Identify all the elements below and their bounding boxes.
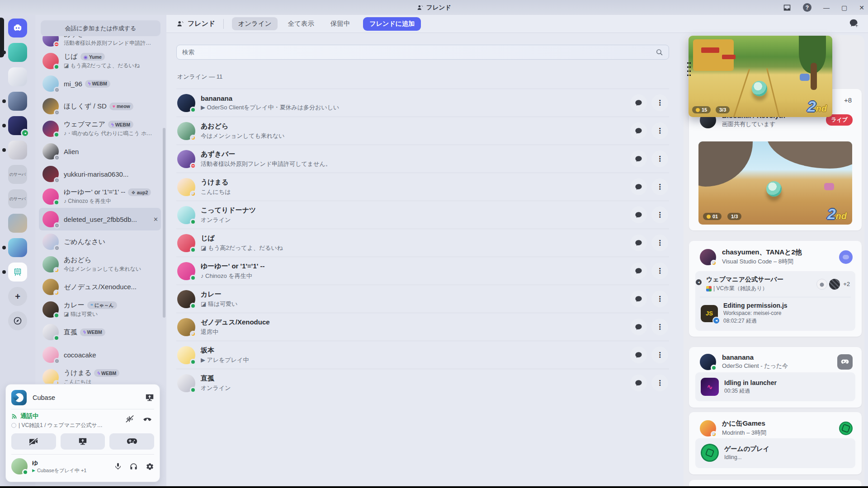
headphones-icon[interactable] — [129, 462, 138, 471]
voice-channel[interactable]: | VC雑談1 / ウェブマニア公式サ… — [11, 422, 122, 429]
message-button[interactable] — [630, 122, 647, 139]
activity-button[interactable] — [109, 433, 154, 450]
disconnect-call-icon[interactable] — [142, 415, 152, 423]
dm-row[interactable]: yukkuri-marisa0630... ✕ — [39, 163, 161, 185]
camera-button[interactable] — [11, 433, 56, 450]
more-button[interactable]: ⋮ — [651, 375, 668, 391]
dm-row[interactable]: じば ◉ Yume ◪ もう高2だってよ、だるいね ✕ — [39, 50, 161, 72]
voice-channel-row[interactable]: ◄ ウェブマニア公式サーバー | VC作業（雑談あり） +2 — [695, 271, 855, 297]
more-button[interactable]: ⋮ — [651, 235, 668, 251]
dm-row[interactable]: あずきバー 活動者様以外原則フレンド申請許… ✕ — [39, 36, 161, 50]
friends-tab[interactable]: オンライン — [232, 17, 277, 30]
friend-row[interactable]: 坂本 ▶ アレをプレイ中 ⋮ — [176, 341, 669, 369]
close-dm-icon[interactable]: ✕ — [153, 216, 158, 223]
message-button[interactable] — [630, 178, 647, 195]
more-button[interactable]: ⋮ — [651, 122, 668, 139]
bananana-activity-card[interactable]: bananana OderSo Client - たった今 ∿ Idling i… — [689, 347, 862, 408]
message-button[interactable] — [630, 235, 647, 251]
friend-row[interactable]: 直孤 オンライン ⋮ — [176, 369, 669, 397]
server-icon[interactable]: のサーバ + ◄ — [8, 189, 27, 208]
friend-row[interactable]: bananana ▶ OderSo Clientをプレイ中・夏休みは多分おいしい… — [176, 89, 669, 117]
message-button[interactable] — [630, 263, 647, 279]
friends-tab[interactable]: 全て表示 — [282, 17, 320, 30]
nav-friends[interactable]: フレンド — [176, 19, 215, 28]
dm-row[interactable]: ゆーゆー' or '1'='1' -- ❖ aup2 ♪ Chinozo を再生… — [39, 185, 161, 208]
more-button[interactable]: ⋮ — [651, 347, 668, 363]
help-icon[interactable]: ? — [803, 3, 811, 12]
more-button[interactable]: ⋮ — [651, 94, 668, 111]
dm-scrollbar[interactable] — [163, 128, 165, 318]
message-button[interactable] — [630, 375, 647, 391]
message-button[interactable] — [630, 150, 647, 167]
friend-row[interactable]: あずきバー 活動者様以外原則フレンド申請許可してません。 ⋮ — [176, 145, 669, 173]
server-icon[interactable]: + ◄ — [8, 214, 27, 233]
kani-activity-card[interactable]: かに缶Games Modrinth – 3時間 ゲームのプレイ Idling..… — [689, 412, 862, 474]
server-icon[interactable]: + ◄ — [8, 287, 27, 306]
badge-label: WEBM — [115, 122, 130, 127]
server-icon[interactable]: + ◄ — [8, 263, 27, 282]
dm-row[interactable]: ウェブマニア ϟ WEBM ♪・鳴かぬなら 代わりに鳴こう ホ… ✕ — [39, 117, 161, 140]
close-button[interactable]: ✕ — [859, 4, 864, 11]
inbox-icon[interactable] — [783, 4, 791, 11]
server-icon[interactable]: + ◄ — [8, 19, 27, 38]
server-icon[interactable]: + ◄ — [8, 92, 27, 111]
dm-row[interactable]: Alien ✕ — [39, 140, 161, 163]
friend-row[interactable]: こってりドーナツ オンライン ⋮ — [176, 201, 669, 229]
search-placeholder: 検索 — [182, 48, 656, 56]
avatar — [177, 234, 195, 252]
dm-row[interactable]: うけまる ϟ WEBM こんにちは ✕ — [39, 366, 161, 384]
more-button[interactable]: ⋮ — [651, 263, 668, 279]
dm-row[interactable]: cocoacake ✕ — [39, 343, 161, 366]
dm-row[interactable]: mi_96 ϟ WEBM ✕ — [39, 72, 161, 95]
stream-app-button[interactable] — [145, 394, 154, 402]
add-friend-button[interactable]: フレンドに追加 — [363, 17, 421, 31]
more-button[interactable]: ⋮ — [651, 319, 668, 335]
server-icon[interactable]: + ◄ — [8, 67, 27, 86]
dm-row[interactable]: 直孤 ϟ WEBM ✕ — [39, 321, 161, 343]
avatar — [42, 256, 59, 272]
server-icon[interactable]: + ◄ — [8, 116, 27, 135]
more-button[interactable]: ⋮ — [651, 206, 668, 223]
server-icon[interactable]: + ◄ — [8, 141, 27, 160]
join-create-conversation-button[interactable]: 会話に参加または作成する — [41, 20, 160, 36]
more-button[interactable]: ⋮ — [651, 150, 668, 167]
more-button[interactable]: ⋮ — [651, 178, 668, 195]
settings-gear-icon[interactable] — [146, 462, 154, 471]
vscode-activity-card[interactable]: chasyumen、TANAと2他 Visual Studio Code – 8… — [689, 241, 862, 337]
friend-row[interactable]: カレー ◪ 猫は可愛い ⋮ — [176, 285, 669, 313]
server-icon[interactable]: + ◄ — [8, 43, 27, 62]
more-button[interactable]: ⋮ — [651, 291, 668, 307]
dm-row[interactable]: ほしくず / SD ♥ meow ✕ — [39, 95, 161, 117]
search-input[interactable]: 検索 — [176, 45, 669, 60]
message-button[interactable] — [630, 206, 647, 223]
friend-row[interactable]: ゆーゆー' or '1'='1' -- ♪ Chinozo を再生中 ⋮ — [176, 257, 669, 285]
friend-row[interactable]: あおどら 今はメンションしても来れない ⋮ — [176, 117, 669, 145]
friend-row[interactable]: じば ◪ もう高2だってよ、だるいね ⋮ — [176, 229, 669, 257]
self-avatar[interactable] — [11, 458, 28, 474]
noise-suppression-icon[interactable] — [125, 415, 134, 423]
dm-row[interactable]: ゼノデュス/Xenoduce... ✕ — [39, 276, 161, 298]
minimize-button[interactable]: — — [823, 4, 830, 11]
message-button[interactable] — [630, 319, 647, 335]
dm-status: ♪ Chinozo を再生中 — [64, 197, 158, 205]
pip-drag-handle[interactable] — [687, 61, 691, 77]
message-button[interactable] — [630, 347, 647, 363]
message-button[interactable] — [630, 94, 647, 111]
stream-preview[interactable]: 01 1/3 2nd — [698, 141, 852, 225]
dm-row[interactable]: あおどら 今はメンションしても来れない ✕ — [39, 253, 161, 276]
dm-row[interactable]: ごめんなさい ✕ — [39, 230, 161, 253]
server-icon[interactable]: + ◄ — [8, 238, 27, 257]
friend-row[interactable]: うけまる こんにちは ⋮ — [176, 173, 669, 201]
server-icon[interactable]: + ◄ — [8, 311, 27, 330]
dm-row[interactable]: deleted_user_2fbb5db... ✕ — [39, 208, 161, 230]
friend-row[interactable]: ゼノデュス/Xenoduce 退席中 ⋮ — [176, 313, 669, 341]
maximize-button[interactable]: ▢ — [841, 4, 847, 11]
message-button[interactable] — [630, 291, 647, 307]
new-group-dm-icon[interactable] — [849, 19, 859, 28]
server-icon[interactable]: のサーバ + ◄ — [8, 165, 27, 184]
stream-pip-window[interactable]: 15 3/3 2nd — [689, 36, 832, 117]
mic-icon[interactable] — [114, 462, 122, 471]
dm-row[interactable]: カレー ❝ にゃ～ん ◪ 猫は可愛い ✕ — [39, 298, 161, 321]
friends-tab[interactable]: 保留中 — [325, 17, 356, 30]
screen-share-button[interactable] — [61, 433, 105, 450]
